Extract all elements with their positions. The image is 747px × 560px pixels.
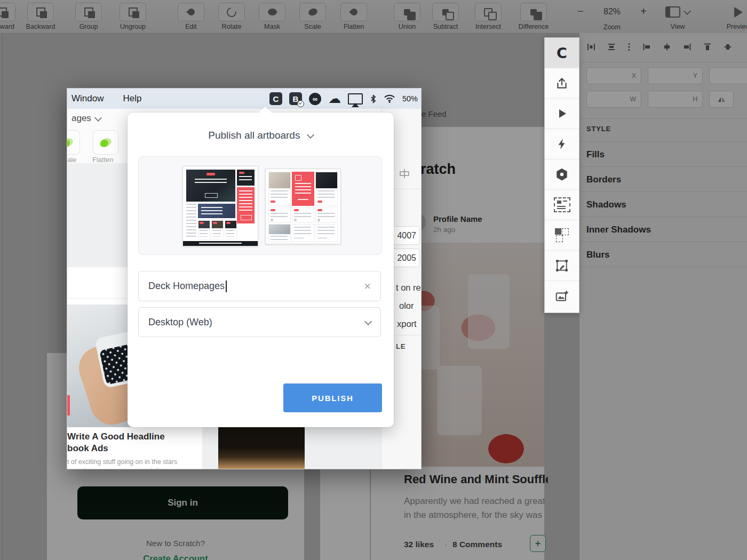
clear-input-icon[interactable]: ×: [364, 281, 371, 292]
chevron-down-icon: [364, 317, 372, 325]
publish-name-input[interactable]: Deck Homepages ×: [138, 271, 381, 301]
red-tag-fragment: [67, 395, 70, 415]
scale-tool-icon: [67, 137, 74, 149]
creative-cloud-icon[interactable]: ∞: [309, 93, 321, 105]
flatten-tool-label: Flatten: [92, 156, 114, 164]
craft-menubar-icon[interactable]: C: [269, 92, 282, 105]
battery-percent: 50%: [402, 94, 418, 103]
platform-select[interactable]: Desktop (Web): [138, 307, 381, 337]
craft-logo-item[interactable]: C: [545, 38, 579, 68]
chevron-down-icon: [307, 131, 314, 139]
craft-prototype-item[interactable]: [545, 99, 579, 129]
artboard-thumbnail-2[interactable]: [265, 169, 341, 244]
artboard-thumbnail-1[interactable]: [182, 166, 258, 246]
style-header-partial: LE: [396, 342, 406, 350]
menu-bar: Window Help C B ∞ ☁ 50%: [67, 89, 421, 109]
stock-photo-icon: [555, 290, 569, 303]
craft-toolbar: C: [544, 37, 579, 313]
artboard-previews: [138, 156, 382, 255]
library-icon: [554, 197, 570, 212]
play-icon: [555, 107, 568, 120]
card-title-line1: Write A Good Headline: [67, 431, 165, 442]
text-cursor: [226, 281, 227, 292]
scale-tool-button[interactable]: [67, 130, 80, 155]
card-body-line1: t of exciting stuff going on in the star…: [67, 458, 177, 466]
craft-publish-item[interactable]: [545, 68, 579, 99]
pages-dropdown[interactable]: ages: [71, 113, 101, 124]
resize-option-partial[interactable]: t on res: [396, 283, 422, 293]
publish-button[interactable]: PUBLISH: [283, 383, 382, 412]
platform-value: Desktop (Web): [148, 317, 212, 328]
airplay-icon[interactable]: [348, 93, 363, 105]
craft-library-item[interactable]: [545, 190, 579, 220]
craft-stock-item[interactable]: [545, 281, 579, 311]
card-title-line2: book Ads: [67, 443, 108, 454]
craft-duplicate-item[interactable]: [545, 220, 579, 251]
b-sync-menubar-icon[interactable]: B: [289, 92, 302, 105]
wifi-icon[interactable]: [384, 94, 395, 103]
export-option-partial[interactable]: xport: [397, 319, 417, 329]
flatten-tool-icon: [99, 137, 113, 149]
align-handle-icon[interactable]: [398, 169, 411, 178]
publish-name-value: Deck Homepages: [148, 281, 225, 292]
craft-logo-icon: C: [557, 45, 567, 61]
publish-share-icon: [555, 76, 569, 90]
publish-scope-dropdown[interactable]: Publish all artboards: [128, 130, 394, 141]
hexagon-icon: [555, 167, 569, 181]
wood-photo-fragment: [218, 422, 305, 469]
scale-tool-label: ale: [67, 156, 76, 164]
craft-flash-item[interactable]: [545, 129, 579, 159]
cloud-icon[interactable]: ☁: [328, 92, 341, 105]
bluetooth-icon[interactable]: [370, 94, 377, 104]
screenshot-inset: Window Help C B ∞ ☁ 50%: [67, 88, 422, 469]
craft-freehand-item[interactable]: [545, 251, 579, 281]
freehand-pen-icon: [555, 259, 569, 273]
publish-popover: Publish all artboards: [128, 113, 394, 427]
color-option-partial[interactable]: olor: [399, 301, 414, 311]
card-body-line2: at makes astronomy so much fun.: [67, 467, 168, 469]
menu-help[interactable]: Help: [123, 93, 141, 104]
craft-styles-item[interactable]: [545, 159, 579, 190]
screen: Forward Backward Group Ungroup Edit Rota…: [0, 0, 747, 560]
lightning-icon: [556, 138, 568, 150]
menu-window[interactable]: Window: [71, 93, 104, 104]
flatten-tool-button[interactable]: [93, 130, 118, 155]
duplicate-icon: [554, 228, 569, 243]
